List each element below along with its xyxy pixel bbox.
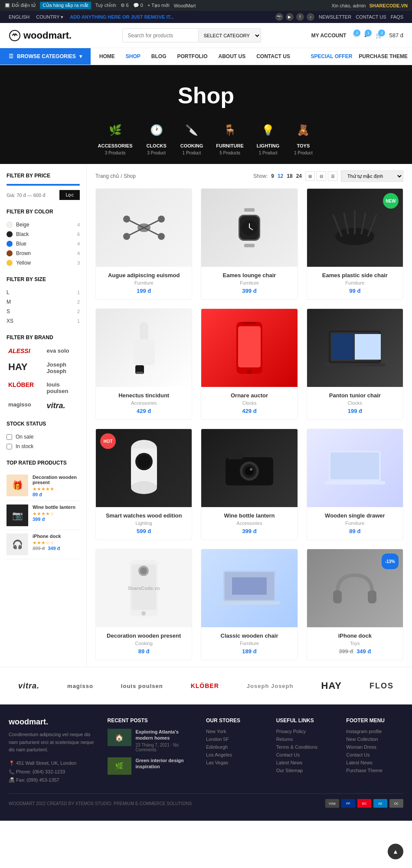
admin-bar-sharecode[interactable]: SHARECODE.VN xyxy=(369,3,408,8)
footer-menu-collection[interactable]: New Collection xyxy=(346,737,403,742)
product-card-0[interactable]: Augue adipiscing euismod Furniture 199 đ xyxy=(95,188,192,300)
rated-product-0[interactable]: 🎁 Decoration wooden present ★★★★★ 89 đ xyxy=(7,471,80,501)
footer-menu-contact[interactable]: Contact Us xyxy=(346,752,403,757)
admin-bar-new[interactable]: + Tạo mới xyxy=(147,3,170,8)
wishlist-btn[interactable]: ♡ 2 xyxy=(353,32,358,39)
footer-store-ny[interactable]: New York xyxy=(206,729,263,734)
faqs-link[interactable]: FAQS xyxy=(391,14,403,20)
brand-vitra[interactable]: vitra. xyxy=(45,400,80,412)
product-card-10[interactable]: Classic wooden chair Furniture 189 đ xyxy=(201,549,298,660)
purchase-theme-link[interactable]: PURCHASE THEME xyxy=(359,53,408,59)
product-card-5[interactable]: Panton tunior chair Clocks 199 đ xyxy=(307,308,403,420)
show-24[interactable]: 24 xyxy=(296,173,302,179)
nav-shop[interactable]: SHOP xyxy=(121,48,145,65)
search-input[interactable] xyxy=(123,29,198,42)
stock-on-sale[interactable]: On sale xyxy=(7,432,80,442)
footer-menu-instagram[interactable]: Instagram profile xyxy=(346,729,403,734)
nav-contact[interactable]: CONTACT US xyxy=(252,48,294,65)
stock-in-stock[interactable]: In stock xyxy=(7,442,80,451)
brand-magisso[interactable]: magisso xyxy=(7,400,42,412)
price-slider[interactable] xyxy=(7,184,80,186)
newsletter-link[interactable]: NEWSLETTER xyxy=(319,14,351,20)
color-beige[interactable]: Beige 4 xyxy=(7,220,80,229)
color-blue[interactable]: Blue 4 xyxy=(7,239,80,249)
logo[interactable]: woodmart. xyxy=(9,29,72,42)
category-select[interactable]: SELECT CATEGORY xyxy=(198,29,261,42)
admin-bar-customize[interactable]: Tuỳ chỉnh xyxy=(95,3,116,8)
admin-bar-site[interactable]: WoodMart xyxy=(174,3,196,8)
footer-store-lv[interactable]: Las Vegas xyxy=(206,760,263,765)
on-sale-checkbox[interactable] xyxy=(7,434,12,440)
product-card-3[interactable]: Henectus tincidunt Accessories 429 đ xyxy=(95,308,192,420)
brand-strip-joseph[interactable]: Joseph Joseph xyxy=(247,683,294,689)
admin-bar-counter2[interactable]: 💬 0 xyxy=(133,3,143,8)
breadcrumb-home[interactable]: Trang chủ xyxy=(95,173,119,179)
language-link[interactable]: ENGLISH xyxy=(9,14,29,20)
rated-product-2[interactable]: 🎧 iPhone dock ★★★☆☆ 399 đ 349 đ xyxy=(7,530,80,559)
brand-strip-flos[interactable]: FLOS xyxy=(369,681,394,691)
brand-louisp[interactable]: Joseph Joseph xyxy=(45,360,80,376)
footer-post-1[interactable]: 🌿 Green interior design inspiration xyxy=(108,757,193,775)
youtube-icon[interactable]: ▶ xyxy=(286,13,294,21)
admin-bar-store[interactable]: Cửa hàng sắp ra mắt xyxy=(40,2,91,9)
admin-bar-counter1[interactable]: ⚙ 6 xyxy=(121,3,129,8)
special-offer-link[interactable]: SPECIAL OFFER xyxy=(311,53,353,59)
size-xs[interactable]: XS 1 xyxy=(7,316,80,326)
footer-post-0[interactable]: 🏠 Exploring Atlanta's modern homes 23 Th… xyxy=(108,729,193,752)
brand-strip-vitra[interactable]: vitra. xyxy=(18,681,39,691)
brand-hay[interactable]: HAY xyxy=(7,360,42,376)
product-card-9[interactable]: ShareCode.vn Decoration wooden present C… xyxy=(95,549,192,660)
hero-cat-furniture[interactable]: 🪑 FURNITURE 5 Products xyxy=(216,119,244,155)
product-card-1[interactable]: Eames lounge chair Furniture 399 đ xyxy=(201,188,298,300)
sort-select[interactable]: Thứ tự mặc định Phổ biến nhất Xếp hạng t… xyxy=(341,170,403,182)
product-card-11[interactable]: -13% iPhone dock Toys 399 đ 349 đ xyxy=(307,549,403,660)
nav-blog[interactable]: BLOG xyxy=(147,48,171,65)
footer-link-contact[interactable]: Contact Us xyxy=(276,752,334,757)
nav-home[interactable]: HOME xyxy=(95,48,119,65)
product-card-2[interactable]: NEW Eames plastic side chair Furniture 9… xyxy=(307,188,403,300)
footer-link-terms[interactable]: Terms & Conditions xyxy=(276,744,334,750)
footer-menu-theme[interactable]: Purchase Theme xyxy=(346,768,403,773)
hero-cat-cooking[interactable]: 🔪 COOKING 1 Product xyxy=(180,119,203,155)
search-button[interactable]: 🔍 xyxy=(261,29,261,42)
size-m[interactable]: M 2 xyxy=(7,297,80,307)
footer-link-privacy[interactable]: Privacy Policy xyxy=(276,729,334,734)
hero-cat-lighting[interactable]: 💡 LIGHTING 1 Product xyxy=(257,119,280,155)
product-card-7[interactable]: Wine bottle lantern Accessories 399 đ xyxy=(201,429,298,540)
my-account[interactable]: MY ACCOUNT xyxy=(311,33,347,39)
footer-link-sitemap[interactable]: Our Sitemap xyxy=(276,768,334,773)
nav-about[interactable]: ABOUT US xyxy=(214,48,250,65)
in-stock-checkbox[interactable] xyxy=(7,444,12,449)
country-link[interactable]: COUNTRY ▾ xyxy=(36,14,63,20)
compare-btn[interactable]: ⇄ 1 xyxy=(364,32,369,39)
admin-bar-item[interactable]: 🔲 Đổi điện tử xyxy=(4,3,36,8)
footer-link-returns[interactable]: Returns xyxy=(276,737,334,742)
rated-product-1[interactable]: 📷 Wine bottle lantern ★★★★☆ 399 đ xyxy=(7,501,80,530)
brand-strip-louisp[interactable]: louis poulsen xyxy=(121,683,163,689)
hero-cat-accessories[interactable]: 🌿 ACCESSORIES 3 Products xyxy=(98,119,133,155)
footer-store-la[interactable]: Los Angeles xyxy=(206,752,263,757)
instagram-icon[interactable]: 📷 xyxy=(275,13,283,21)
brand-strip-hay[interactable]: HAY xyxy=(321,680,342,691)
show-18[interactable]: 18 xyxy=(287,173,292,179)
hero-cat-toys[interactable]: 🧸 TOYS 1 Product xyxy=(292,119,314,155)
facebook-icon[interactable]: f xyxy=(296,13,304,21)
brand-alessi[interactable]: ALESSI xyxy=(7,346,42,356)
footer-store-edinburgh[interactable]: Edinburgh xyxy=(206,744,263,750)
hero-cat-clocks[interactable]: 🕐 CLOCKS 3 Product xyxy=(146,119,167,155)
color-yellow[interactable]: Yellow 3 xyxy=(7,258,80,268)
brand-evasolo[interactable]: eva solo xyxy=(45,346,80,356)
cart-btn[interactable]: 🛒 2 xyxy=(376,32,383,39)
show-12[interactable]: 12 xyxy=(278,173,283,179)
size-s[interactable]: S 2 xyxy=(7,307,80,316)
brand-strip-magisso[interactable]: magisso xyxy=(67,683,93,689)
browse-categories-btn[interactable]: ☰ BROWSE CATEGORIES ▾ xyxy=(0,48,91,65)
contact-us-link[interactable]: CONTACT US xyxy=(356,14,386,20)
show-9[interactable]: 9 xyxy=(271,173,274,179)
brand-klober[interactable]: KLÖBER xyxy=(7,380,42,396)
footer-link-news[interactable]: Latest News xyxy=(276,760,334,765)
grid-3-icon[interactable]: ⊟ xyxy=(317,171,326,181)
list-icon[interactable]: ☰ xyxy=(328,171,337,181)
brand-strip-klober[interactable]: KLÖBER xyxy=(191,682,219,689)
brand-louispoulsen[interactable]: louis poulsen xyxy=(45,380,80,396)
